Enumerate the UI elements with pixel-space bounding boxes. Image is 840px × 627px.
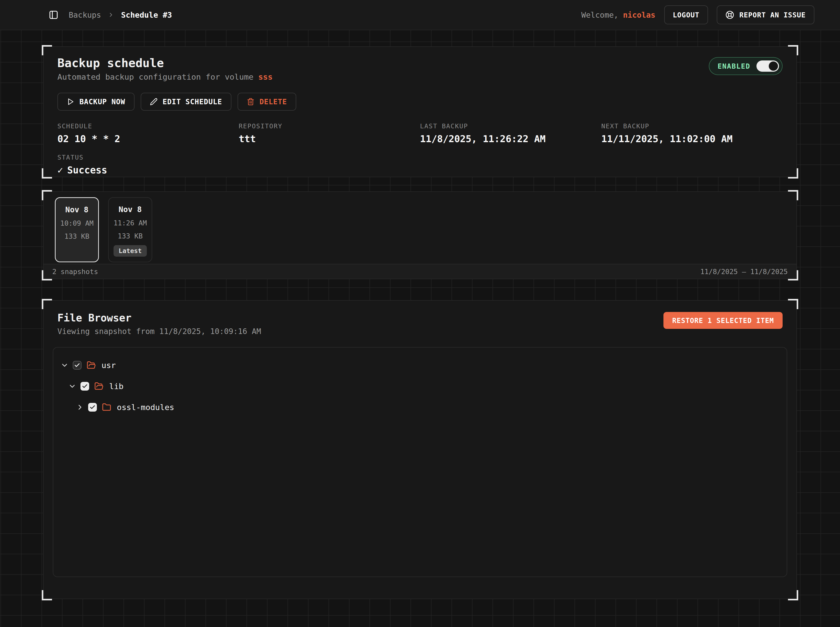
folder-open-icon — [87, 361, 96, 370]
logout-button[interactable]: LOGOUT — [664, 5, 708, 24]
enabled-toggle[interactable]: ENABLED — [709, 57, 783, 75]
tree-row-lib[interactable]: lib — [68, 376, 787, 397]
chevron-right-icon — [107, 11, 114, 18]
report-issue-button[interactable]: REPORT AN ISSUE — [717, 5, 815, 24]
field-repository: REPOSITORY ttt — [239, 123, 420, 145]
username: nicolas — [623, 11, 655, 19]
frame-corner — [788, 168, 798, 178]
file-browser-subtitle: Viewing snapshot from 11/8/2025, 10:09:1… — [57, 327, 261, 336]
field-next-backup: NEXT BACKUP 11/11/2025, 11:02:00 AM — [602, 123, 783, 145]
snapshots-footer: 2 snapshots 11/8/2025 – 11/8/2025 — [44, 264, 796, 279]
tree-label: usr — [101, 361, 116, 370]
section-title: Backup schedule — [57, 56, 273, 70]
chevron-down-icon[interactable] — [68, 382, 76, 390]
breadcrumb-current-page: Schedule #3 — [121, 11, 172, 19]
latest-badge: Latest — [114, 245, 147, 257]
frame-corner — [42, 590, 52, 600]
checkbox-checked[interactable] — [81, 382, 89, 391]
file-browser-title: File Browser — [57, 312, 261, 324]
page: Backups Schedule #3 Welcome, nicolas LOG… — [0, 0, 840, 627]
file-browser-section: File Browser Viewing snapshot from 11/8/… — [43, 300, 797, 599]
tree-row-usr[interactable]: usr — [60, 355, 787, 376]
breadcrumb-backups-link[interactable]: Backups — [69, 11, 101, 19]
toggle-knob — [769, 61, 778, 71]
tree-label: ossl-modules — [117, 403, 174, 412]
field-schedule: SCHEDULE 02 10 * * 2 — [57, 123, 239, 145]
snapshot-count: 2 snapshots — [52, 268, 98, 276]
delete-button[interactable]: DELETE — [238, 93, 296, 111]
breadcrumb: Backups Schedule #3 — [69, 11, 172, 19]
pencil-icon — [150, 98, 158, 106]
restore-selected-button[interactable]: RESTORE 1 SELECTED ITEM — [663, 312, 783, 329]
backup-now-button[interactable]: BACKUP NOW — [57, 93, 134, 111]
snapshot-card[interactable]: Nov 8 11:26 AM 133 KB Latest — [108, 197, 152, 262]
tree-label: lib — [109, 382, 123, 391]
field-last-backup: LAST BACKUP 11/8/2025, 11:26:22 AM — [420, 123, 602, 145]
status-badge: Success — [67, 165, 107, 176]
snapshot-card-selected[interactable]: Nov 8 10:09 AM 133 KB — [55, 197, 99, 262]
frame-corner — [42, 168, 52, 178]
frame-corner — [788, 45, 798, 55]
sidebar-toggle-icon[interactable] — [49, 10, 58, 20]
folder-icon — [102, 403, 111, 412]
file-tree: usr lib — [53, 347, 787, 577]
folder-open-icon — [94, 382, 104, 391]
topbar-right: Welcome, nicolas LOGOUT REPORT AN ISSUE — [581, 5, 815, 24]
lifebuoy-icon — [725, 11, 734, 19]
play-icon — [66, 98, 74, 106]
checkbox-checked[interactable] — [73, 361, 82, 370]
field-status: STATUS ✓ Success — [57, 154, 239, 176]
snapshots-section: Nov 8 10:09 AM 133 KB Nov 8 11:26 AM 133… — [43, 191, 797, 279]
section-subtitle: Automated backup configuration for volum… — [57, 72, 273, 82]
topbar: Backups Schedule #3 Welcome, nicolas LOG… — [0, 0, 840, 30]
edit-schedule-button[interactable]: EDIT SCHEDULE — [141, 93, 231, 111]
topbar-left: Backups Schedule #3 — [49, 10, 172, 20]
snapshot-date-range: 11/8/2025 – 11/8/2025 — [700, 268, 788, 276]
welcome-text: Welcome, nicolas — [581, 11, 655, 19]
enabled-label: ENABLED — [717, 62, 750, 70]
chevron-right-icon[interactable] — [76, 403, 84, 411]
toggle-switch[interactable] — [756, 60, 779, 72]
trash-icon — [247, 98, 254, 106]
backup-schedule-section: Backup schedule Automated backup configu… — [43, 46, 797, 177]
volume-name: sss — [258, 72, 273, 82]
check-icon: ✓ — [57, 165, 63, 176]
checkbox-checked[interactable] — [88, 403, 97, 411]
chevron-down-icon[interactable] — [60, 361, 69, 369]
tree-row-ossl-modules[interactable]: ossl-modules — [76, 397, 787, 418]
frame-corner — [788, 590, 798, 600]
frame-corner — [42, 45, 52, 55]
